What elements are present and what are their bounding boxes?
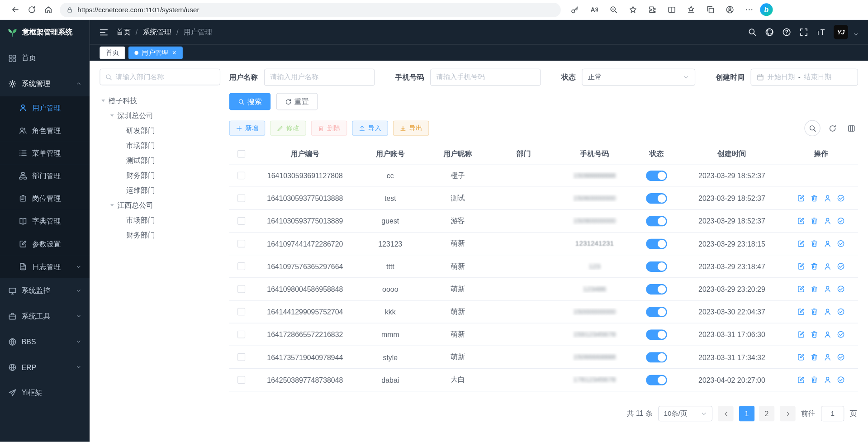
goto-page-input[interactable]: 1 [821,406,844,421]
delete-icon[interactable] [811,308,818,315]
delete-icon[interactable] [811,217,818,225]
reset-password-icon[interactable] [824,240,831,247]
page-button-1[interactable]: 1 [739,406,754,421]
tag-user-management[interactable]: 用户管理 × [128,47,182,59]
tree-node[interactable]: 橙子科技 [100,93,220,108]
add-button[interactable]: 新增 [229,121,266,136]
status-toggle[interactable] [646,284,667,294]
prev-page-button[interactable] [718,406,733,421]
status-toggle[interactable] [646,193,667,204]
edit-icon[interactable] [797,217,805,225]
row-checkbox[interactable] [237,331,245,338]
row-checkbox[interactable] [237,285,245,293]
assign-role-icon[interactable] [837,353,844,361]
reset-password-icon[interactable] [824,353,831,361]
status-toggle[interactable] [646,238,667,249]
sidebar-item-param[interactable]: 参数设置 [0,233,90,255]
sidebar-item-system[interactable]: 系统管理 [0,71,90,96]
refresh-table-button[interactable] [826,122,839,135]
assign-role-icon[interactable] [837,195,844,202]
row-checkbox[interactable] [237,195,245,202]
sidebar-item-bbs[interactable]: BBS [0,329,90,354]
date-range-picker[interactable]: 开始日期 - 结束日期 [751,69,858,86]
split-screen-icon[interactable] [663,2,680,17]
assign-role-icon[interactable] [837,308,844,315]
browser-home-icon[interactable] [40,2,57,17]
sidebar-item-dict[interactable]: 字典管理 [0,210,90,233]
help-icon[interactable] [782,28,791,37]
sidebar-item-user[interactable]: 用户管理 [0,96,90,119]
delete-icon[interactable] [811,195,818,202]
delete-icon[interactable] [811,285,818,293]
assign-role-icon[interactable] [837,262,844,270]
tree-node[interactable]: 测试部门 [100,153,220,168]
reset-password-icon[interactable] [824,331,831,338]
address-bar[interactable]: https://ccnetcore.com:1101/system/user [60,3,561,17]
read-aloud-icon[interactable] [586,2,602,17]
row-checkbox[interactable] [237,308,245,315]
column-settings-button[interactable] [845,122,858,135]
sidebar-item-role[interactable]: 角色管理 [0,119,90,142]
reset-password-icon[interactable] [824,262,831,270]
sidebar-item-tool[interactable]: 系统工具 [0,304,90,329]
zoom-icon[interactable] [605,2,622,17]
fullscreen-icon[interactable] [799,28,808,37]
department-search-input[interactable]: 请输入部门名称 [100,69,220,86]
tree-node[interactable]: 财务部门 [100,168,220,183]
status-toggle[interactable] [646,329,667,340]
import-button[interactable]: 导入 [352,121,388,136]
favorites-add-icon[interactable] [625,2,641,17]
status-toggle[interactable] [646,170,667,181]
reset-button[interactable]: 重置 [276,93,318,110]
edit-icon[interactable] [797,331,805,338]
tree-node[interactable]: 运维部门 [100,183,220,198]
sidebar-item-log[interactable]: 日志管理 [0,255,90,278]
back-icon[interactable] [7,2,24,17]
tab-close-icon[interactable]: × [172,49,176,57]
sidebar-item-erp[interactable]: ERP [0,354,90,380]
caret-down-icon[interactable] [109,113,114,118]
assign-role-icon[interactable] [837,285,844,293]
tag-home[interactable]: 首页 [100,47,125,59]
more-options-icon[interactable] [741,2,758,17]
phone-input[interactable]: 请输入手机号码 [430,69,541,86]
search-icon[interactable] [748,28,757,37]
delete-icon[interactable] [811,353,818,361]
delete-icon[interactable] [811,240,818,247]
tree-node[interactable]: 市场部门 [100,138,220,153]
page-size-select[interactable]: 10条/页 [658,406,712,421]
edit-icon[interactable] [797,353,805,361]
github-icon[interactable] [765,28,774,37]
page-button-2[interactable]: 2 [759,406,774,421]
tree-node[interactable]: 江西总公司 [100,198,220,213]
tree-node[interactable]: 财务部门 [100,228,220,242]
caret-down-icon[interactable] [109,203,114,208]
select-all-checkbox[interactable] [237,150,245,157]
collapse-menu-icon[interactable] [99,28,109,37]
tree-node[interactable]: 市场部门 [100,213,220,228]
sidebar-item-menu[interactable]: 菜单管理 [0,142,90,164]
edit-icon[interactable] [797,195,805,202]
export-button[interactable]: 导出 [393,121,429,136]
reset-password-icon[interactable] [824,376,831,384]
font-size-icon[interactable]: тT [816,28,825,36]
delete-icon[interactable] [811,262,818,270]
status-toggle[interactable] [646,306,667,317]
copilot-bing-icon[interactable]: b [760,3,773,16]
sidebar-item-post[interactable]: 岗位管理 [0,187,90,210]
edit-icon[interactable] [797,285,805,293]
next-page-button[interactable] [780,406,795,421]
avatar-dropdown-icon[interactable] [853,32,859,37]
row-checkbox[interactable] [237,262,245,270]
edit-icon[interactable] [797,308,805,315]
status-toggle[interactable] [646,375,667,385]
row-checkbox[interactable] [237,376,245,384]
status-toggle[interactable] [646,352,667,362]
collections-icon[interactable] [702,2,719,17]
reset-password-icon[interactable] [824,195,831,202]
extensions-icon[interactable] [644,2,660,17]
sidebar-item-home[interactable]: 首页 [0,45,90,71]
edit-icon[interactable] [797,376,805,384]
breadcrumb-home[interactable]: 首页 [116,27,131,37]
delete-icon[interactable] [811,376,818,384]
